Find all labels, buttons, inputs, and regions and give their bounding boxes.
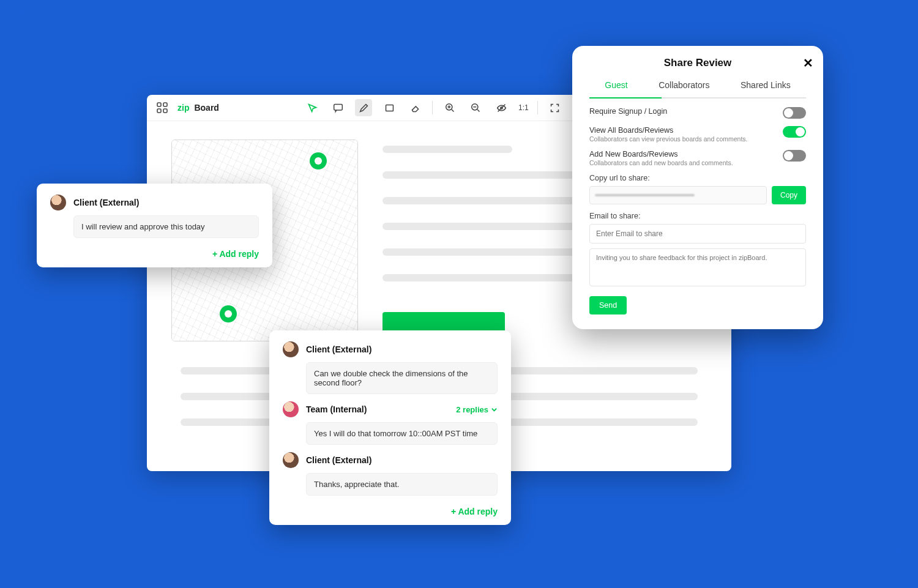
app-grid-icon[interactable] xyxy=(157,102,168,113)
pointer-tool-icon[interactable] xyxy=(304,99,321,116)
comment-author: Client (External) xyxy=(73,198,139,207)
annotation-pin[interactable] xyxy=(220,305,237,322)
require-signup-toggle[interactable] xyxy=(783,107,806,119)
setting-label: View All Boards/Reviews xyxy=(589,126,748,135)
comment-tool-icon[interactable] xyxy=(329,99,346,116)
field-label: Copy url to share: xyxy=(589,174,806,182)
add-reply-button[interactable]: + Add reply xyxy=(283,503,498,516)
modal-title: Share Review xyxy=(589,57,806,69)
avatar xyxy=(50,195,66,210)
toolbar-divider xyxy=(537,101,538,114)
share-review-modal: ✕ Share Review Guest Collaborators Share… xyxy=(572,46,823,329)
view-all-toggle[interactable] xyxy=(783,126,806,138)
copy-button[interactable]: Copy xyxy=(772,186,806,204)
add-reply-button[interactable]: + Add reply xyxy=(50,245,259,259)
comment-author: Client (External) xyxy=(306,344,371,354)
comment-author: Team (Internal) xyxy=(306,404,367,414)
message-field[interactable] xyxy=(589,248,806,286)
send-button[interactable]: Send xyxy=(589,296,627,314)
setting-description: Collaborators can view previous boards a… xyxy=(589,135,748,143)
avatar xyxy=(283,341,299,357)
tab-shared-links[interactable]: Shared Links xyxy=(738,76,793,94)
pencil-tool-icon[interactable] xyxy=(355,99,372,116)
replies-toggle[interactable]: 2 replies xyxy=(456,405,498,414)
chevron-down-icon xyxy=(491,406,498,413)
fullscreen-icon[interactable] xyxy=(547,99,564,116)
rectangle-tool-icon[interactable] xyxy=(381,99,398,116)
close-icon[interactable]: ✕ xyxy=(803,56,813,70)
comment-thread-popover: Client (External) Can we double check th… xyxy=(269,330,511,525)
comment-body: Yes I will do that tomorrow 10::00AM PST… xyxy=(306,422,498,445)
tab-guest[interactable]: Guest xyxy=(602,76,630,94)
annotation-pin[interactable] xyxy=(310,152,327,169)
avatar xyxy=(283,452,299,468)
tab-collaborators[interactable]: Collaborators xyxy=(656,76,712,94)
comment-popover: Client (External) I will review and appr… xyxy=(37,184,272,267)
zoom-in-icon[interactable] xyxy=(441,99,458,116)
zoom-out-icon[interactable] xyxy=(467,99,484,116)
svg-rect-0 xyxy=(157,103,161,106)
tab-indicator xyxy=(589,97,806,99)
share-url-field[interactable] xyxy=(589,186,767,204)
setting-label: Add New Boards/Reviews xyxy=(589,150,733,158)
comment-author: Client (External) xyxy=(306,455,371,465)
comment-body: I will review and approve this today xyxy=(73,215,259,238)
eraser-tool-icon[interactable] xyxy=(406,99,424,116)
toolbar-divider xyxy=(432,101,433,114)
app-logo: zipBoard xyxy=(177,103,219,113)
field-label: Email to share: xyxy=(589,212,806,220)
comment-body: Can we double check the dimensions of th… xyxy=(306,362,498,394)
add-new-toggle[interactable] xyxy=(783,150,806,162)
setting-description: Collaborators can add new boards and com… xyxy=(589,159,733,166)
comment-body: Thanks, appreciate that. xyxy=(306,473,498,496)
visibility-off-icon[interactable] xyxy=(493,99,510,116)
avatar xyxy=(283,401,299,417)
svg-rect-1 xyxy=(163,103,167,106)
svg-rect-4 xyxy=(334,104,342,110)
setting-label: Require Signup / Login xyxy=(589,107,667,116)
svg-rect-5 xyxy=(386,105,393,111)
svg-rect-2 xyxy=(157,109,161,113)
email-field[interactable] xyxy=(589,224,806,244)
svg-rect-3 xyxy=(163,109,167,113)
zoom-ratio[interactable]: 1:1 xyxy=(518,103,529,112)
